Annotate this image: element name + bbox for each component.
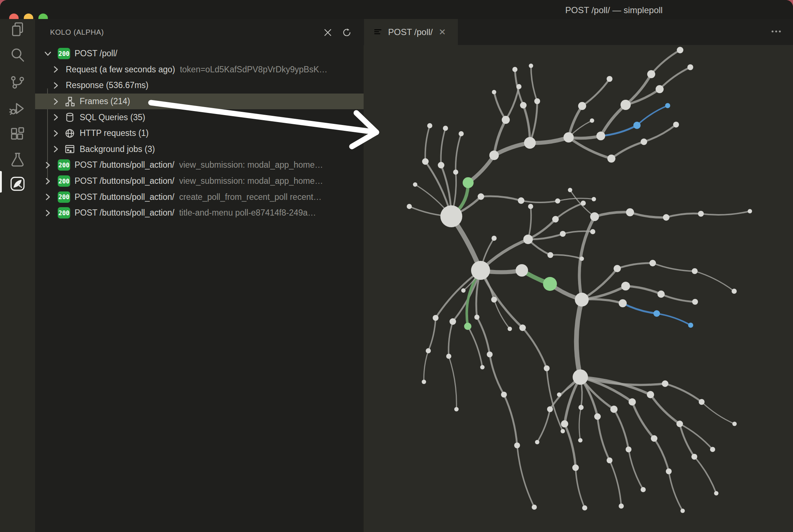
graph-node[interactable] — [464, 323, 471, 330]
graph-node[interactable] — [471, 261, 490, 280]
tree-row-request-a-few-seconds-ago[interactable]: Request (a few seconds ago)token=oLd5Kaf… — [35, 62, 364, 78]
graph-node[interactable] — [748, 209, 752, 213]
graph-node[interactable] — [666, 468, 672, 474]
graph-node[interactable] — [641, 487, 646, 492]
graph-node[interactable] — [407, 204, 412, 209]
graph-node[interactable] — [614, 265, 621, 272]
graph-node[interactable] — [590, 212, 599, 221]
graph-node[interactable] — [520, 102, 527, 109]
graph-node[interactable] — [578, 405, 584, 410]
graph-node[interactable] — [610, 406, 618, 413]
activity-item-beaker-icon[interactable] — [9, 151, 26, 168]
chevron-right-icon[interactable] — [43, 208, 53, 218]
graph-node[interactable] — [463, 177, 474, 188]
graph-node[interactable] — [568, 188, 572, 192]
tree-row-sql-queries-35[interactable]: SQL Queries (35) — [35, 109, 364, 125]
graph-node[interactable] — [492, 236, 497, 241]
graph-node[interactable] — [647, 70, 655, 78]
tree-row-post-buttons-poll-action[interactable]: 200POST /buttons/poll_action/create_poll… — [35, 189, 364, 205]
graph-node[interactable] — [459, 131, 464, 136]
graph-node[interactable] — [426, 348, 431, 353]
graph-node[interactable] — [523, 235, 533, 244]
graph-node[interactable] — [427, 123, 432, 128]
chevron-right-icon[interactable] — [51, 129, 61, 138]
graph-node[interactable] — [491, 297, 497, 303]
graph-node[interactable] — [710, 447, 715, 452]
graph-node[interactable] — [514, 442, 520, 448]
graph-node[interactable] — [699, 399, 705, 405]
graph-node[interactable] — [629, 398, 636, 406]
graph-node[interactable] — [422, 380, 426, 384]
graph-node[interactable] — [524, 137, 536, 149]
graph-node[interactable] — [594, 413, 601, 420]
graph-node[interactable] — [561, 429, 565, 433]
chevron-right-icon[interactable] — [51, 113, 61, 122]
chevron-down-icon[interactable] — [43, 49, 53, 58]
graph-node[interactable] — [665, 103, 670, 108]
tree-row-response-536-67ms[interactable]: Response (536.67ms) — [35, 77, 364, 94]
graph-node[interactable] — [433, 315, 439, 321]
graph-node[interactable] — [657, 290, 665, 298]
tab-post-poll[interactable]: POST /poll/ ✕ — [364, 19, 458, 45]
graph-node[interactable] — [714, 491, 718, 495]
graph-node[interactable] — [732, 422, 737, 426]
graph-node[interactable] — [581, 201, 586, 206]
graph-node[interactable] — [592, 197, 596, 201]
graph-node[interactable] — [501, 392, 507, 398]
graph-node[interactable] — [547, 252, 553, 258]
graph-node[interactable] — [564, 132, 574, 142]
graph-node[interactable] — [555, 198, 560, 204]
graph-node[interactable] — [692, 299, 698, 305]
refresh-icon[interactable] — [342, 27, 352, 38]
graph-node[interactable] — [502, 116, 510, 124]
graph-node[interactable] — [607, 457, 612, 463]
graph-node[interactable] — [534, 98, 540, 104]
graph-node[interactable] — [621, 100, 631, 110]
graph-node[interactable] — [438, 162, 444, 168]
graph-node[interactable] — [691, 454, 697, 460]
graph-node[interactable] — [621, 282, 630, 290]
chevron-right-icon[interactable] — [51, 65, 61, 74]
graph-node[interactable] — [453, 170, 458, 175]
tree-row-post-buttons-poll-action[interactable]: 200POST /buttons/poll_action/view_submis… — [35, 157, 364, 173]
graph-node[interactable] — [596, 132, 605, 140]
graph-node[interactable] — [663, 214, 669, 221]
tree-row-post-buttons-poll-action[interactable]: 200POST /buttons/poll_action/title-and-m… — [35, 205, 364, 221]
graph-node[interactable] — [516, 84, 521, 89]
graph-node[interactable] — [626, 208, 634, 216]
graph-node[interactable] — [676, 421, 683, 427]
graph-node[interactable] — [449, 318, 456, 325]
graph-node[interactable] — [440, 205, 462, 227]
chevron-right-icon[interactable] — [51, 81, 61, 90]
tree-row-post-poll[interactable]: 200POST /poll/ — [35, 46, 364, 62]
graph-node[interactable] — [688, 323, 693, 328]
graph-node[interactable] — [641, 138, 647, 145]
graph-node[interactable] — [732, 289, 737, 294]
graph-node[interactable] — [677, 47, 683, 53]
graph-node[interactable] — [651, 435, 657, 442]
graph-node[interactable] — [673, 122, 679, 128]
chevron-right-icon[interactable] — [43, 192, 53, 202]
graph-node[interactable] — [474, 315, 479, 320]
graph-node[interactable] — [561, 420, 568, 428]
graph-node[interactable] — [578, 438, 583, 442]
graph-node[interactable] — [590, 118, 594, 123]
activity-item-kolo-icon[interactable] — [9, 175, 26, 192]
graph-node[interactable] — [528, 204, 533, 209]
graph-node[interactable] — [560, 231, 566, 237]
activity-item-source-control-icon[interactable] — [9, 74, 26, 91]
tree-row-http-requests-1[interactable]: HTTP requests (1) — [35, 125, 364, 141]
graph-node[interactable] — [489, 151, 499, 160]
graph-node[interactable] — [633, 122, 641, 129]
tree-row-post-buttons-poll-action[interactable]: 200POST /buttons/poll_action/view_submis… — [35, 173, 364, 189]
graph-node[interactable] — [516, 264, 528, 277]
graph-node[interactable] — [535, 440, 539, 444]
graph-node[interactable] — [480, 365, 485, 369]
graph-node[interactable] — [698, 211, 704, 217]
graph-node[interactable] — [692, 268, 698, 274]
graph-node[interactable] — [573, 369, 588, 385]
graph-node[interactable] — [687, 64, 693, 70]
graph-node[interactable] — [512, 67, 517, 72]
graph-node[interactable] — [487, 352, 493, 357]
graph-node[interactable] — [662, 380, 668, 387]
